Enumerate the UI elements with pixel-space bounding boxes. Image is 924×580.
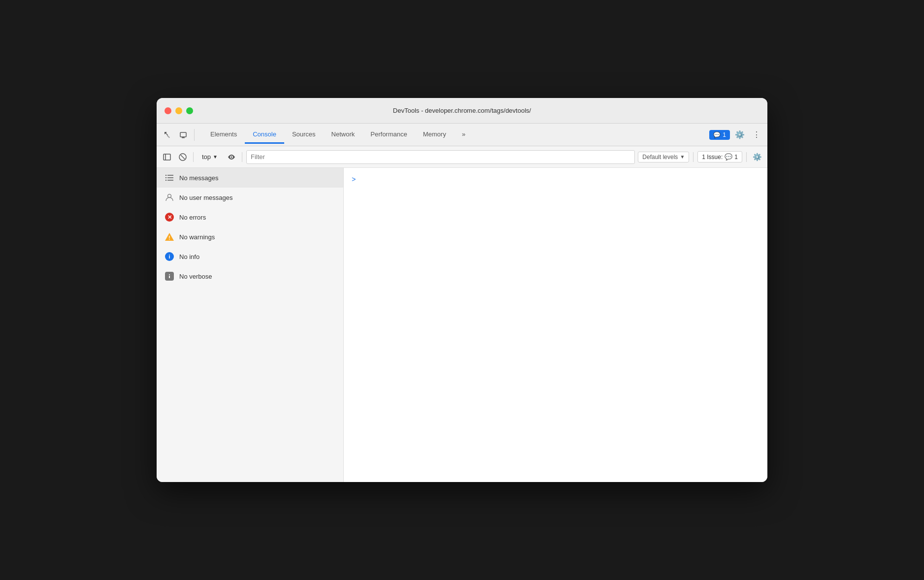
svg-rect-0 (180, 132, 186, 137)
main-toolbar: Elements Console Sources Network Perform… (157, 124, 767, 146)
sidebar-item-no-info[interactable]: i No info (157, 247, 343, 266)
more-options-button[interactable]: ⋮ (750, 128, 763, 142)
live-expressions-button[interactable] (225, 151, 238, 163)
filter-input[interactable] (246, 150, 635, 164)
list-icon (165, 173, 174, 183)
title-bar: DevTools - developer.chrome.com/tags/dev… (157, 98, 767, 124)
sidebar-toggle-button[interactable] (161, 151, 173, 163)
console-divider-3 (693, 152, 693, 162)
console-settings-button[interactable]: ⚙️ (751, 151, 763, 163)
chevron-down-icon: ▼ (213, 154, 218, 160)
context-selector[interactable]: top ▼ (198, 151, 222, 162)
warning-icon: ! (165, 232, 174, 242)
svg-rect-11 (165, 175, 166, 176)
toolbar-right: 💬 1 ⚙️ ⋮ (709, 128, 763, 142)
sidebar-item-no-warnings[interactable]: ! No warnings (157, 227, 343, 247)
tab-performance[interactable]: Performance (363, 126, 415, 144)
console-issues-button[interactable]: 1 Issue: 💬 1 (697, 151, 742, 162)
settings-button[interactable]: ⚙️ (733, 128, 747, 142)
svg-rect-12 (165, 177, 166, 178)
info-icon: i (165, 252, 174, 261)
device-toolbar-button[interactable] (176, 128, 190, 142)
svg-point-7 (231, 156, 232, 158)
svg-rect-3 (164, 154, 170, 160)
console-sidebar: No messages No user messages ✕ No errors (157, 168, 344, 482)
tab-more[interactable]: » (454, 126, 473, 144)
window-title: DevTools - developer.chrome.com/tags/dev… (393, 107, 531, 114)
console-toolbar: top ▼ Default levels ▼ 1 Issue: 💬 1 ⚙️ (157, 146, 767, 168)
sidebar-item-no-messages[interactable]: No messages (157, 168, 343, 188)
svg-rect-1 (182, 137, 185, 138)
user-icon (165, 193, 174, 202)
traffic-lights (165, 107, 193, 114)
error-icon: ✕ (165, 212, 174, 222)
verbose-icon (165, 271, 174, 281)
console-prompt[interactable]: > (352, 176, 356, 184)
console-divider-4 (746, 152, 747, 162)
tab-memory[interactable]: Memory (415, 126, 454, 144)
toolbar-divider-1 (194, 129, 195, 141)
sidebar-item-no-user-messages[interactable]: No user messages (157, 188, 343, 207)
svg-point-17 (169, 274, 170, 275)
clear-console-button[interactable] (176, 151, 189, 163)
default-levels-button[interactable]: Default levels ▼ (638, 152, 689, 162)
console-output: > (344, 168, 767, 482)
svg-rect-13 (165, 180, 166, 181)
sidebar-item-no-verbose[interactable]: No verbose (157, 266, 343, 286)
chevron-down-icon: ▼ (680, 154, 685, 160)
close-button[interactable] (165, 107, 171, 114)
tab-sources[interactable]: Sources (284, 126, 324, 144)
tab-bar: Elements Console Sources Network Perform… (198, 126, 707, 144)
main-content: No messages No user messages ✕ No errors (157, 168, 767, 482)
chat-icon: 💬 (713, 131, 721, 138)
tab-elements[interactable]: Elements (202, 126, 245, 144)
svg-rect-18 (169, 276, 170, 278)
tab-console[interactable]: Console (245, 126, 284, 144)
sidebar-item-no-errors[interactable]: ✕ No errors (157, 207, 343, 227)
svg-line-6 (181, 155, 185, 159)
inspect-element-button[interactable] (161, 128, 174, 142)
minimize-button[interactable] (175, 107, 182, 114)
console-divider-2 (242, 152, 242, 162)
maximize-button[interactable] (186, 107, 193, 114)
issues-badge[interactable]: 💬 1 (709, 130, 730, 140)
console-divider-1 (193, 152, 194, 162)
svg-text:!: ! (168, 235, 170, 241)
tab-network[interactable]: Network (324, 126, 363, 144)
devtools-window: DevTools - developer.chrome.com/tags/dev… (157, 98, 767, 482)
issues-chat-icon: 💬 (725, 153, 732, 161)
